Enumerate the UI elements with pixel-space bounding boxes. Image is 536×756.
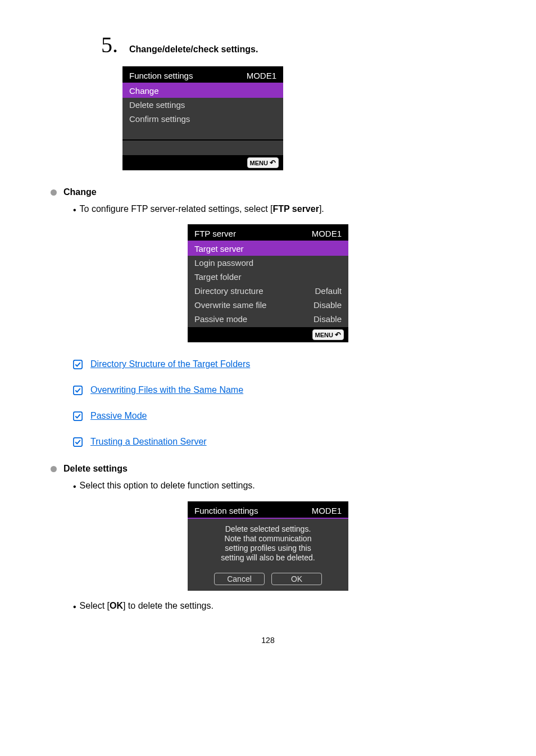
- step-title: Change/delete/check settings.: [129, 44, 258, 55]
- screenshot-menu-list: Target server Login password Target fold…: [188, 241, 348, 327]
- menu-row-target-folder: Target folder: [188, 270, 348, 284]
- ok-button: OK: [271, 573, 322, 585]
- menu-row-target-server: Target server: [188, 242, 348, 256]
- link-text[interactable]: Passive Mode: [90, 411, 147, 421]
- dialog-title: Function settings: [194, 506, 258, 515]
- change-text: To configure FTP server-related settings…: [80, 203, 324, 216]
- screenshot-menu-list: Change Delete settings Confirm settings: [122, 83, 283, 155]
- screenshot-header: FTP server MODE1: [188, 224, 348, 241]
- spacer: [122, 141, 283, 154]
- link-text[interactable]: Trusting a Destination Server: [90, 437, 207, 447]
- section-title-delete: Delete settings: [63, 464, 128, 474]
- menu-label: MENU: [315, 332, 333, 338]
- reference-icon: [73, 360, 83, 369]
- dialog-buttons: Cancel OK: [188, 573, 348, 591]
- undo-icon: ↶: [335, 331, 341, 339]
- screenshot-header: Function settings MODE1: [122, 66, 283, 83]
- cancel-button: Cancel: [214, 573, 265, 585]
- round-bullet-icon: [51, 189, 57, 196]
- reference-icon: [73, 437, 83, 447]
- menu-row-confirm: Confirm settings: [122, 112, 283, 126]
- dialog-message: Delete selected settings. Note that comm…: [188, 518, 348, 573]
- screenshot-footer: MENU ↶: [122, 155, 283, 170]
- screenshot-function-settings: Function settings MODE1 Change Delete se…: [122, 66, 283, 170]
- bullet-dot: •: [73, 481, 76, 493]
- menu-label: MENU: [250, 160, 268, 166]
- bullet-dot: •: [73, 204, 76, 216]
- spacer: [122, 126, 283, 139]
- menu-row-directory-structure: Directory structureDefault: [188, 284, 348, 298]
- svg-rect-2: [74, 412, 82, 420]
- screenshot-ftp-server: FTP server MODE1 Target server Login pas…: [188, 224, 348, 342]
- delete-text: Select this option to delete function se…: [80, 479, 255, 493]
- link-directory-structure[interactable]: Directory Structure of the Target Folder…: [73, 359, 485, 369]
- menu-row-overwrite: Overwrite same fileDisable: [188, 298, 348, 312]
- step-5-header: 5. Change/delete/check settings.: [101, 34, 485, 56]
- final-instruction: • Select [OK] to delete the settings.: [73, 600, 485, 613]
- link-text[interactable]: Overwriting Files with the Same Name: [90, 385, 243, 395]
- link-passive-mode[interactable]: Passive Mode: [73, 411, 485, 421]
- menu-row-delete: Delete settings: [122, 98, 283, 112]
- page-number: 128: [51, 636, 485, 645]
- link-text[interactable]: Directory Structure of the Target Folder…: [90, 359, 250, 369]
- menu-row-change: Change: [122, 84, 283, 98]
- dialog-mode: MODE1: [312, 506, 342, 515]
- screenshot-title: Function settings: [129, 71, 193, 80]
- section-delete: Delete settings: [51, 464, 485, 474]
- undo-icon: ↶: [270, 159, 276, 167]
- section-title-change: Change: [63, 187, 97, 197]
- svg-rect-0: [74, 360, 82, 369]
- svg-rect-1: [74, 386, 82, 395]
- menu-row-passive-mode: Passive modeDisable: [188, 312, 348, 326]
- screenshot-mode: MODE1: [247, 71, 276, 80]
- round-bullet-icon: [51, 466, 57, 472]
- link-overwriting[interactable]: Overwriting Files with the Same Name: [73, 385, 485, 395]
- screenshot-title: FTP server: [194, 229, 236, 238]
- final-text: Select [OK] to delete the settings.: [80, 600, 214, 613]
- section-change: Change: [51, 187, 485, 197]
- menu-back-badge: MENU ↶: [312, 329, 344, 340]
- screenshot-delete-dialog: Function settings MODE1 Delete selected …: [188, 501, 348, 591]
- change-description: • To configure FTP server-related settin…: [73, 203, 485, 216]
- menu-row-login-password: Login password: [188, 256, 348, 270]
- delete-description: • Select this option to delete function …: [73, 479, 485, 493]
- screenshot-mode: MODE1: [312, 229, 342, 238]
- reference-icon: [73, 411, 83, 421]
- dialog-header: Function settings MODE1: [188, 501, 348, 518]
- bullet-dot: •: [73, 601, 76, 613]
- screenshot-footer: MENU ↶: [188, 327, 348, 342]
- link-trusting-server[interactable]: Trusting a Destination Server: [73, 437, 485, 447]
- step-number: 5.: [101, 34, 118, 56]
- menu-back-badge: MENU ↶: [247, 157, 279, 168]
- reference-icon: [73, 386, 83, 395]
- svg-rect-3: [74, 438, 82, 446]
